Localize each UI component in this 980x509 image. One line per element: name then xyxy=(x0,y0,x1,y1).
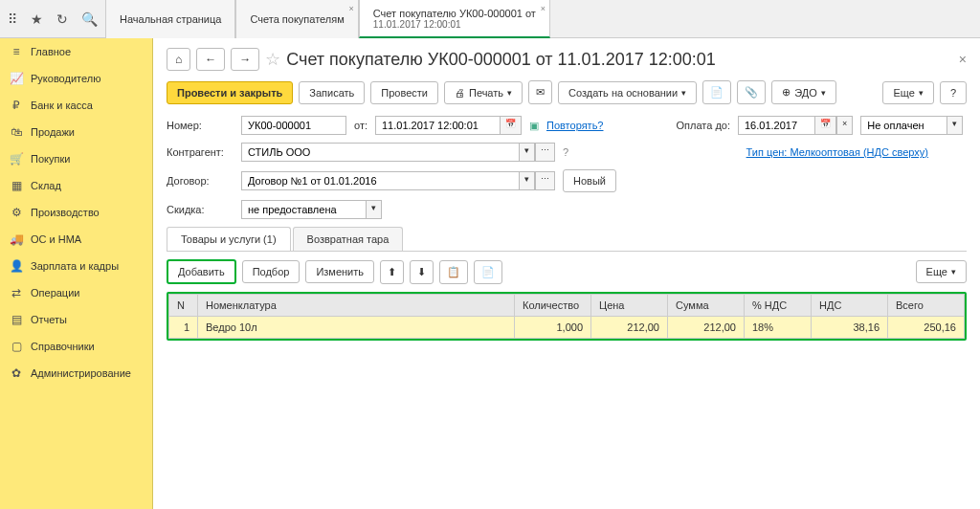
sidebar-item-admin[interactable]: ✿Администрирование xyxy=(0,360,152,387)
paste-button[interactable]: 📄 xyxy=(474,260,502,284)
cell-sum[interactable]: 212,00 xyxy=(668,317,745,339)
tab-home[interactable]: Начальная страница xyxy=(105,0,235,38)
edo-button[interactable]: ⊕ ЭДО xyxy=(771,80,836,104)
sidebar-item-assets[interactable]: 🚚ОС и НМА xyxy=(0,226,152,253)
save-button[interactable]: Записать xyxy=(299,81,365,104)
tab-invoice-doc[interactable]: Счет покупателю УК00-000001 от 11.01.201… xyxy=(359,0,550,38)
col-price[interactable]: Цена xyxy=(591,295,668,317)
bag-icon: 🛍 xyxy=(10,125,23,139)
apps-icon[interactable]: ⠿ xyxy=(8,11,17,27)
tab-tare[interactable]: Возвратная тара xyxy=(293,227,404,251)
contractor-label: Контрагент: xyxy=(167,146,234,158)
new-contract-button[interactable]: Новый xyxy=(563,169,616,192)
close-icon[interactable]: × xyxy=(349,4,354,13)
print-button[interactable]: 🖨 Печать xyxy=(444,81,523,104)
sidebar-item-warehouse[interactable]: ▦Склад xyxy=(0,172,152,199)
sidebar-item-operations[interactable]: ⇄Операции xyxy=(0,279,152,306)
sidebar-item-reports[interactable]: ▤Отчеты xyxy=(0,306,152,333)
tab-goods[interactable]: Товары и услуги (1) xyxy=(167,227,291,251)
goods-table: N Номенклатура Количество Цена Сумма % Н… xyxy=(168,294,965,339)
sidebar-item-production[interactable]: ⚙Производство xyxy=(0,199,152,226)
report-button[interactable]: 📄 xyxy=(702,80,731,104)
forward-button[interactable]: → xyxy=(231,48,259,71)
star-icon[interactable]: ★ xyxy=(31,11,43,27)
search-icon[interactable]: 🔍 xyxy=(81,11,98,27)
table-row[interactable]: 1 Ведро 10л 1,000 212,00 212,00 18% 38,1… xyxy=(169,317,965,339)
cell-vat-pct[interactable]: 18% xyxy=(745,317,812,339)
favorite-icon[interactable]: ☆ xyxy=(265,49,280,70)
post-button[interactable]: Провести xyxy=(370,81,438,104)
post-close-button[interactable]: Провести и закрыть xyxy=(167,81,293,104)
dropdown-icon[interactable]: ▾ xyxy=(366,200,382,219)
help-button[interactable]: ? xyxy=(940,81,967,104)
sidebar-item-main[interactable]: ≡Главное xyxy=(0,38,152,65)
status-field[interactable] xyxy=(860,116,947,135)
calendar-icon[interactable]: 📅 xyxy=(814,116,836,135)
table-more-button[interactable]: Еще xyxy=(916,260,967,283)
copy-button[interactable]: 📋 xyxy=(439,260,468,284)
close-button[interactable]: × xyxy=(959,52,967,67)
open-icon[interactable]: ⋯ xyxy=(535,143,555,162)
cell-price[interactable]: 212,00 xyxy=(591,317,668,339)
menu-icon: ≡ xyxy=(10,45,23,58)
dropdown-icon[interactable]: ▾ xyxy=(519,171,535,190)
cell-qty[interactable]: 1,000 xyxy=(515,317,591,339)
sidebar-item-sales[interactable]: 🛍Продажи xyxy=(0,119,152,145)
home-button[interactable]: ⌂ xyxy=(167,48,190,71)
repeat-link[interactable]: Повторять? xyxy=(546,120,604,131)
cell-n[interactable]: 1 xyxy=(169,317,198,339)
create-based-button[interactable]: Создать на основании xyxy=(558,81,697,104)
col-total[interactable]: Всего xyxy=(888,295,965,317)
paydue-field[interactable] xyxy=(738,116,814,135)
dropdown-icon[interactable]: ▾ xyxy=(519,143,535,162)
cell-total[interactable]: 250,16 xyxy=(888,317,965,339)
sidebar-item-label: Справочники xyxy=(31,341,95,352)
cell-nomen[interactable]: Ведро 10л xyxy=(198,317,515,339)
tab-label: Начальная страница xyxy=(120,13,221,25)
add-row-button[interactable]: Добавить xyxy=(167,259,236,284)
chart-icon: 📈 xyxy=(10,72,23,85)
email-button[interactable]: ✉ xyxy=(528,80,552,104)
sidebar-item-bank[interactable]: ₽Банк и касса xyxy=(0,92,152,119)
date-field[interactable] xyxy=(375,116,500,135)
price-type-link[interactable]: Тип цен: Мелкооптовая (НДС сверху) xyxy=(746,146,928,158)
more-button[interactable]: Еще xyxy=(882,81,933,104)
col-vat[interactable]: НДС xyxy=(812,295,888,317)
close-icon[interactable]: × xyxy=(541,4,546,13)
tab-sublabel: 11.01.2017 12:00:01 xyxy=(373,19,536,30)
number-field[interactable] xyxy=(241,116,346,135)
sidebar-item-payroll[interactable]: 👤Зарплата и кадры xyxy=(0,253,152,279)
pick-button[interactable]: Подбор xyxy=(242,260,301,283)
posted-icon: ▣ xyxy=(529,120,539,132)
sidebar-item-manager[interactable]: 📈Руководителю xyxy=(0,65,152,92)
tab-invoices-list[interactable]: Счета покупателям × xyxy=(235,0,358,38)
page-title: Счет покупателю УК00-000001 от 11.01.201… xyxy=(286,50,716,70)
col-n[interactable]: N xyxy=(169,295,198,317)
sidebar-item-label: Покупки xyxy=(31,153,70,165)
col-nomen[interactable]: Номенклатура xyxy=(198,295,515,317)
edit-button[interactable]: Изменить xyxy=(305,260,374,283)
sidebar-item-catalogs[interactable]: ▢Справочники xyxy=(0,333,152,360)
back-button[interactable]: ← xyxy=(196,48,225,71)
tab-label: Счет покупателю УК00-000001 от xyxy=(373,8,536,19)
discount-field[interactable] xyxy=(241,200,366,219)
move-up-button[interactable]: ⬆ xyxy=(380,260,404,284)
cell-vat[interactable]: 38,16 xyxy=(812,317,888,339)
contract-field[interactable] xyxy=(241,171,519,190)
history-icon[interactable]: ↻ xyxy=(56,11,68,27)
move-down-button[interactable]: ⬇ xyxy=(410,260,434,284)
report-icon: ▤ xyxy=(10,313,23,326)
col-qty[interactable]: Количество xyxy=(515,295,591,317)
col-vat-pct[interactable]: % НДС xyxy=(745,295,812,317)
info-icon[interactable]: ? xyxy=(563,146,568,158)
contractor-field[interactable] xyxy=(241,143,519,162)
col-sum[interactable]: Сумма xyxy=(668,295,745,317)
sidebar-item-purchases[interactable]: 🛒Покупки xyxy=(0,145,152,172)
attach-button[interactable]: 📎 xyxy=(737,80,766,104)
sidebar-item-label: Операции xyxy=(31,287,79,299)
paydue-label: Оплата до: xyxy=(676,120,730,131)
clear-icon[interactable]: × xyxy=(836,116,853,135)
open-icon[interactable]: ⋯ xyxy=(535,171,555,190)
dropdown-icon[interactable]: ▾ xyxy=(947,116,963,135)
calendar-icon[interactable]: 📅 xyxy=(500,116,522,135)
